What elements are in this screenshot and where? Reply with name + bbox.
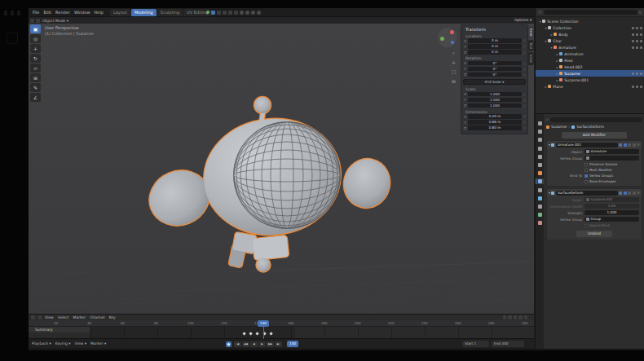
snap-magnet-icon[interactable] [211,11,215,15]
play-reverse-button[interactable]: ◀ [250,341,258,347]
sidebar-tab-view[interactable]: View [528,52,534,65]
checkbox[interactable] [584,169,588,172]
value-field[interactable]: 0.49 m [468,114,522,119]
lock-icon[interactable] [523,39,526,42]
snap-icon[interactable] [514,315,518,319]
properties-tab-particles[interactable] [536,187,544,193]
render-toggle[interactable] [628,143,631,147]
navigation-gizmo[interactable] [438,28,457,47]
summary-channel[interactable]: Summary [29,327,90,332]
render-disable-icon[interactable] [640,46,642,49]
play-button[interactable]: ▶ [258,341,266,347]
rendered-shading-icon[interactable] [257,11,261,15]
expand-icon[interactable]: ▾ [549,143,550,147]
setting-field[interactable] [584,156,639,161]
properties-tab-viewlayer[interactable] [536,146,544,152]
timeline-menu-keying[interactable]: Keying ▾ [55,341,71,346]
keyframe-diamond[interactable] [249,332,254,336]
lock-icon[interactable] [523,93,526,96]
auto-keying-toggle[interactable] [226,341,232,347]
workspace-tab-layout[interactable]: Layout [110,9,130,16]
frame-start-field[interactable]: Start 1 [462,341,489,347]
checkbox[interactable] [584,180,588,183]
editor-type-icon[interactable] [538,11,542,15]
next-keyframe-button[interactable]: ▶▶ [267,341,274,347]
setting-field[interactable]: 1.000 [584,210,639,215]
lock-icon[interactable] [523,99,526,102]
solid-shading-icon[interactable] [245,11,249,15]
axis-x-icon[interactable] [450,30,454,34]
edit-mode-toggle[interactable] [619,143,622,147]
render-disable-icon[interactable] [640,73,642,75]
render-disable-icon[interactable] [640,86,642,88]
annotate-tool[interactable]: ✎ [30,83,41,92]
outliner-row[interactable]: ▸Suzanne [536,70,644,77]
lock-icon[interactable] [523,62,526,65]
value-field[interactable]: 0 m [468,44,522,49]
prev-keyframe-button[interactable]: ◀◀ [242,341,249,347]
filter-icon[interactable]: ▽ [639,11,642,15]
lock-icon[interactable] [523,126,526,130]
axis-y-icon[interactable] [440,37,444,41]
modifier-name-field[interactable]: SurfaceDeform [556,191,618,196]
timeline-menu-view[interactable]: View ▾ [75,341,86,346]
wireframe-shading-icon[interactable] [240,11,244,15]
properties-tab-material[interactable] [536,220,544,226]
value-field[interactable]: 0.80 m [468,125,522,130]
3d-viewport[interactable]: User Perspective (1) Collection | Suzann… [29,24,534,314]
filter-icon[interactable] [503,315,507,319]
proportional-icon[interactable] [217,11,221,15]
timeline-ruler[interactable]: 2040608010012014016018020022024026028030… [29,320,534,327]
ortho-toggle-icon[interactable]: ⊞ [450,78,457,85]
outliner-row[interactable]: ▾Scene Collection [536,18,644,24]
realtime-toggle[interactable] [624,143,627,147]
keyframe-area[interactable] [90,327,534,339]
render-disable-icon[interactable] [640,40,642,42]
properties-tab-scene[interactable] [536,154,544,160]
properties-search-input[interactable] [550,117,642,122]
render-disable-icon[interactable] [640,33,642,36]
camera-view-icon[interactable]: ▢ [450,68,457,75]
menu-help[interactable]: Help [95,10,104,15]
lock-icon[interactable] [523,45,526,48]
properties-tab-output[interactable] [536,137,544,143]
zoom-icon[interactable]: ⌕ [450,50,457,56]
selected-character[interactable] [141,97,395,272]
gizmo-toggle-icon[interactable] [223,11,227,15]
viewport-disable-icon[interactable] [636,73,638,75]
mode-icon[interactable] [36,19,40,23]
hide-toggle-icon[interactable] [632,46,634,49]
checkbox[interactable] [584,224,588,227]
dope-sheet-mode-icon[interactable] [38,315,42,319]
lock-icon[interactable] [523,51,526,54]
close-icon[interactable]: × [637,143,640,147]
viewport-disable-icon[interactable] [636,86,638,88]
options-icon[interactable] [524,315,528,319]
modifier-name-field[interactable]: Armature.001 [556,143,618,147]
timeline-menu-marker[interactable]: Marker ▾ [90,341,106,346]
current-frame-field[interactable]: 140 [287,341,298,347]
viewport-disable-icon[interactable] [636,33,638,36]
add-modifier-button[interactable]: Add Modifier [562,132,627,139]
outliner-row[interactable]: ▾Armature [536,44,644,51]
viewport-disable-icon[interactable] [636,27,638,29]
transform-tool[interactable]: ⊞ [30,73,41,82]
value-field[interactable]: 0° [468,67,522,72]
jump-start-button[interactable]: |◀ [234,341,241,347]
overlay-toggle-icon[interactable] [228,11,232,15]
viewport-disable-icon[interactable] [636,40,638,42]
sidebar-tab-item[interactable]: Item [528,26,534,39]
properties-tab-constraints[interactable] [536,204,544,209]
value-field[interactable]: 0° [468,73,522,77]
menu-edit[interactable]: Edit [43,10,51,15]
properties-tab-world[interactable] [536,162,544,168]
pan-icon[interactable]: + [450,59,457,66]
setting-field[interactable]: Suzanne.001 [584,197,639,202]
playhead[interactable]: 140 [258,320,269,327]
value-field[interactable]: 1.000 [468,98,522,103]
editor-type-icon[interactable] [31,315,35,319]
outliner-row[interactable]: ▸Animation [536,51,644,57]
keyframe-diamond[interactable] [269,332,273,336]
setting-field[interactable]: Armature [584,149,639,154]
frame-end-field[interactable]: End 300 [492,341,524,347]
